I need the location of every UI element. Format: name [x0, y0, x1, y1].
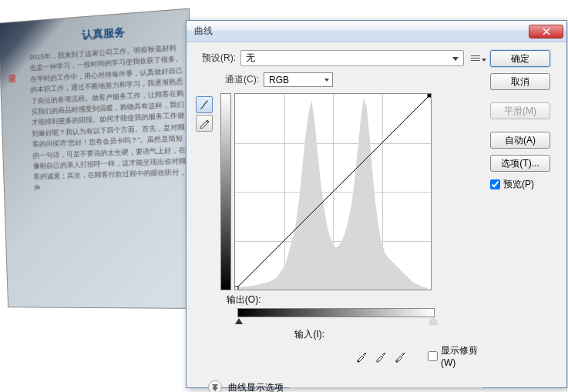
- ok-label: 确定: [511, 52, 529, 65]
- show-clipping-input[interactable]: [428, 351, 438, 361]
- eyedropper-black[interactable]: [355, 349, 368, 364]
- svg-rect-3: [429, 94, 432, 97]
- curves-graph[interactable]: [234, 93, 432, 290]
- svg-rect-2: [235, 286, 238, 290]
- svg-marker-0: [235, 99, 428, 290]
- doc-body: 2015年，我来到了这家公司工作。明察秋毫材料也是一种学习，一段时间的学习使我收…: [29, 42, 187, 193]
- divider: [290, 387, 482, 388]
- preset-label: 预设(R):: [196, 52, 240, 65]
- pencil-icon: [199, 118, 210, 129]
- channel-label: 通道(C):: [219, 73, 264, 86]
- svg-point-5: [377, 360, 378, 362]
- preset-value: 无: [246, 52, 255, 65]
- eyedropper-icon: [375, 350, 387, 363]
- dialog-title: 曲线: [194, 25, 529, 38]
- preset-select[interactable]: 无: [240, 50, 464, 66]
- curve-tool[interactable]: [196, 96, 213, 113]
- doc-title: 认真服务: [29, 22, 182, 46]
- close-button[interactable]: [529, 25, 563, 39]
- output-label: 输出(O):: [220, 293, 265, 307]
- black-point-slider[interactable]: [235, 318, 243, 324]
- curve-toolbox: [196, 96, 213, 368]
- curves-dialog: 曲线 预设(R): 无 通道(C): RGB: [186, 20, 567, 388]
- eyedropper-gray[interactable]: [374, 349, 387, 364]
- white-point-slider[interactable]: [429, 318, 437, 324]
- auto-button[interactable]: 自动(A): [490, 132, 550, 149]
- svg-point-6: [396, 360, 398, 362]
- doc-sub: 需求: [6, 67, 17, 68]
- cancel-label: 取消: [511, 75, 529, 89]
- input-gradient: [237, 308, 435, 317]
- show-clipping-label: 显示修剪(W): [441, 344, 482, 368]
- eyedropper-icon: [394, 350, 406, 363]
- output-gradient: [220, 93, 231, 290]
- svg-point-4: [358, 360, 359, 362]
- auto-label: 自动(A): [505, 134, 536, 147]
- channel-value: RGB: [269, 75, 289, 85]
- eyedropper-white[interactable]: [393, 349, 406, 364]
- titlebar[interactable]: 曲线: [187, 21, 566, 42]
- pencil-tool[interactable]: [196, 115, 213, 132]
- options-label: 选项(T)...: [501, 157, 539, 170]
- preview-label: 预览(P): [503, 178, 534, 191]
- input-label: 输入(I):: [294, 328, 482, 341]
- smooth-button: 平滑(M): [490, 102, 550, 119]
- smooth-label: 平滑(M): [504, 105, 536, 118]
- ok-button[interactable]: 确定: [490, 50, 550, 67]
- expand-label: 曲线显示选项: [228, 381, 284, 393]
- channel-select[interactable]: RGB: [264, 72, 333, 87]
- expand-options-button[interactable]: [208, 380, 222, 392]
- show-clipping-checkbox[interactable]: 显示修剪(W): [428, 344, 482, 368]
- background-document: 认真服务 需求 2015年，我来到了这家公司工作。明察秋毫材料也是一种学习，一段…: [0, 8, 200, 309]
- curve-icon: [199, 99, 210, 110]
- cancel-button[interactable]: 取消: [490, 73, 550, 90]
- preview-checkbox[interactable]: 预览(P): [490, 178, 550, 191]
- eyedropper-icon: [355, 350, 368, 363]
- close-icon: [543, 28, 550, 35]
- options-button[interactable]: 选项(T)...: [490, 155, 550, 172]
- preset-menu-icon[interactable]: [469, 52, 482, 65]
- preview-input[interactable]: [490, 179, 500, 189]
